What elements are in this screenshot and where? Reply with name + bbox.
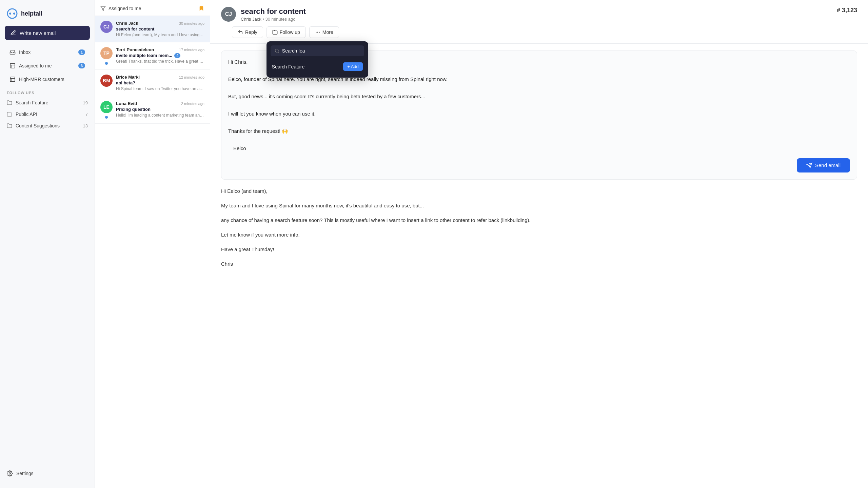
email-sender-line: Chris Jack • 30 minutes ago [241,17,306,22]
email-header: CJ search for content Chris Jack • 30 mi… [210,0,868,44]
ticket-number: # 3,123 [837,7,857,14]
inbox-icon [9,49,16,55]
followup-item-content-suggestions[interactable]: Content Suggestions 13 [0,120,95,131]
high-mrr-label: High-MRR customers [19,77,64,82]
avatar-terri: TP [100,47,113,59]
more-icon [315,29,320,35]
dropdown-search-input[interactable] [282,48,360,54]
svg-point-5 [9,473,11,474]
followup-search-label: Search Feature [16,100,48,105]
email-item-4[interactable]: LE Lona Evitt 2 minutes ago Pricing ques… [95,96,210,124]
email-preview-3: Hi Spinal team. I saw on Twitter you hav… [116,86,204,91]
action-bar: Reply Follow up [221,23,857,38]
email-list-panel: Assigned to me CJ Chris Jack 30 minutes … [95,0,210,488]
follow-up-button[interactable]: Follow up [267,26,306,38]
followup-content-label: Content Suggestions [16,123,60,128]
logo-area: helptail [0,5,95,26]
email-subject-3: api beta? [116,80,204,85]
email-item-1[interactable]: CJ Chris Jack 30 minutes ago search for … [95,16,210,42]
settings-item[interactable]: Settings [3,467,92,480]
add-to-followup-button[interactable]: + Add [343,62,363,71]
svg-marker-6 [101,6,105,11]
dropdown-search-container [271,45,364,56]
followup-item-public-api[interactable]: Public API 7 [0,108,95,120]
email-time-3: 12 minutes ago [179,75,204,79]
unread-dot-4 [105,116,108,119]
followup-item-search-feature[interactable]: Search Feature 19 [0,97,95,108]
folder-icon-search [7,100,12,105]
high-mrr-icon [9,76,16,82]
email-meta-3: Brice Marki 12 minutes ago [116,75,204,80]
edit-icon [10,30,16,36]
svg-rect-3 [10,63,15,68]
follow-up-label: Follow up [280,29,300,35]
send-email-button[interactable]: Send email [797,158,850,172]
sidebar-item-assigned[interactable]: Assigned to me 3 [3,59,92,72]
email-from-2: Terri Poncedeleon [116,47,154,52]
sidebar-bottom: Settings [0,464,95,483]
original-para1: My team and I love using Spinal for many… [221,201,857,210]
sender-name: Chris Jack [241,17,261,22]
svg-point-0 [7,9,17,18]
send-label: Send email [815,162,841,168]
followup-content-count: 13 [83,123,88,128]
original-sign: Chris [221,259,857,268]
email-title-section: CJ search for content Chris Jack • 30 mi… [221,7,306,22]
assigned-icon [9,63,16,69]
follow-ups-section-label: FOLLOW UPS [0,86,95,97]
sender-avatar-large: CJ [221,7,236,22]
original-email: Hi Eelco (and team), My team and I love … [221,186,857,268]
email-time-4: 2 minutes ago [181,102,204,106]
svg-line-8 [278,52,279,53]
svg-point-10 [317,32,318,32]
email-preview-1: Hi Eelco (and team), My team and I love … [116,33,204,37]
email-header-top: CJ search for content Chris Jack • 30 mi… [221,7,857,22]
avatar-lona: LE [100,101,113,113]
email-list-title: Assigned to me [108,6,196,11]
send-icon [806,162,812,168]
svg-rect-4 [10,77,15,82]
main-content-panel: CJ search for content Chris Jack • 30 mi… [210,0,868,488]
write-email-button[interactable]: Write new email [5,26,90,40]
original-para2: any chance of having a search feature so… [221,216,857,225]
followup-icon [272,29,278,35]
avatar-chris: CJ [100,21,113,33]
followup-api-count: 7 [85,112,88,117]
email-preview-2: Great! Thanks, that did the trick. Have … [116,59,204,64]
email-content-2: Terri Poncedeleon 17 minutes ago invite … [116,47,204,65]
reply-button[interactable]: Reply [232,26,263,38]
email-item-2[interactable]: TP Terri Poncedeleon 17 minutes ago invi… [95,42,210,70]
avatar-brice: BM [100,75,113,87]
more-button[interactable]: More [309,26,339,38]
sidebar-item-inbox[interactable]: Inbox 1 [3,46,92,59]
reply-label: Reply [245,29,257,35]
email-from-1: Chris Jack [116,21,138,26]
reply-icon [238,29,243,35]
email-subject-1: search for content [116,26,204,32]
svg-point-1 [9,13,11,15]
email-preview-4: Hello! I'm leading a content marketing t… [116,113,204,118]
follow-up-dropdown-area: Follow up Search Feature + Add [267,26,306,38]
email-item-3[interactable]: BM Brice Marki 12 minutes ago api beta? … [95,70,210,96]
email-main-subject: search for content [241,7,306,16]
original-para3: Let me know if you want more info. [221,230,857,239]
follow-up-dropdown: Search Feature + Add [267,41,368,78]
email-meta-1: Chris Jack 30 minutes ago [116,21,204,26]
email-subject-2: invite multiple team mem... 4 [116,53,204,58]
sidebar-item-high-mrr[interactable]: High-MRR customers [3,73,92,86]
email-content-4: Lona Evitt 2 minutes ago Pricing questio… [116,101,204,119]
inbox-badge: 1 [78,49,85,55]
email-subject-4: Pricing question [116,107,204,112]
email-time-2: 17 minutes ago [179,48,204,52]
email-from-4: Lona Evitt [116,101,137,106]
email-from-3: Brice Marki [116,75,140,80]
email-badge-2: 4 [174,53,180,58]
dropdown-result-row: Search Feature + Add [271,60,364,74]
bookmark-icon [198,5,204,12]
email-content-1: Chris Jack 30 minutes ago search for con… [116,21,204,37]
add-label: + Add [347,64,359,69]
svg-point-7 [275,49,278,52]
email-meta-2: Terri Poncedeleon 17 minutes ago [116,47,204,52]
folder-icon-content [7,123,12,128]
settings-label: Settings [16,471,34,476]
